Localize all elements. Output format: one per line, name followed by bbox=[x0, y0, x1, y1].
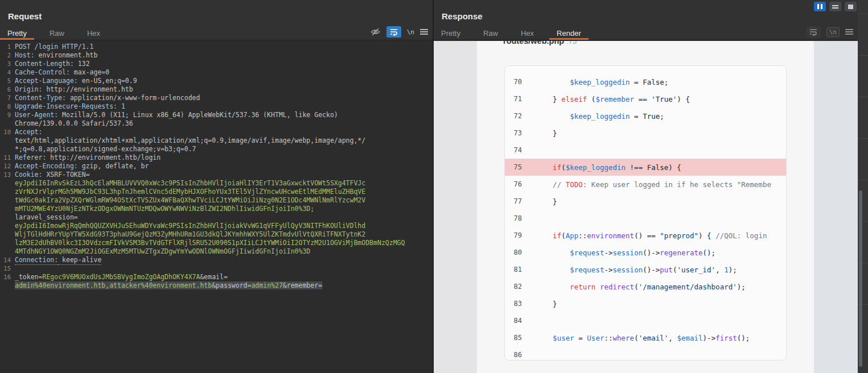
code-line-number: 80 bbox=[505, 248, 536, 256]
request-line[interactable]: 2Host: environment.htb bbox=[0, 51, 433, 60]
line-text[interactable]: Origin: http://environment.htb bbox=[15, 85, 428, 94]
pause-button[interactable] bbox=[814, 2, 826, 11]
request-line[interactable]: 10Accept: text/html,application/xhtml+xm… bbox=[0, 128, 433, 154]
code-line-number: 79 bbox=[505, 231, 536, 239]
request-line[interactable]: 15 bbox=[0, 264, 433, 273]
line-text[interactable]: POST /login HTTP/1.1 bbox=[15, 43, 428, 51]
request-editor[interactable]: 1POST /login HTTP/1.12Host: environment.… bbox=[0, 41, 433, 373]
code-line-number: 75 bbox=[505, 163, 536, 171]
menu-icon[interactable] bbox=[845, 28, 853, 36]
render-page-margin-left bbox=[434, 41, 477, 373]
maximize-button[interactable] bbox=[845, 2, 857, 11]
code-line-text: $user = User::where('email', $email)->fi… bbox=[536, 334, 750, 342]
line-text[interactable] bbox=[15, 264, 428, 273]
code-line: 85 $user = User::where('email', $email)-… bbox=[505, 329, 786, 346]
error-file-heading: routes/web.php :75 bbox=[503, 41, 577, 45]
line-text[interactable]: Accept-Encoding: gzip, deflate, br bbox=[15, 162, 428, 171]
code-line-number: 85 bbox=[505, 334, 536, 342]
burp-repeater-view: Request PrettyRawHex bbox=[0, 0, 868, 373]
line-text[interactable]: User-Agent: Mozilla/5.0 (X11; Linux x86_… bbox=[15, 111, 428, 128]
line-text[interactable]: Upgrade-Insecure-Requests: 1 bbox=[15, 102, 428, 111]
response-header-icons: \n bbox=[806, 26, 853, 38]
code-line-text: $keep_loggedin = True; bbox=[536, 112, 664, 121]
line-text[interactable]: Accept: text/html,application/xhtml+xml,… bbox=[15, 128, 428, 154]
line-text[interactable]: Cookie: XSRF-TOKEN= eyJpdiI6InRvSkEzL3hQ… bbox=[15, 171, 428, 256]
tab-raw[interactable]: Raw bbox=[476, 26, 505, 40]
line-text[interactable]: _token=REgoc9V6MUOxdUsJMbSBVygImoZgOAgDh… bbox=[15, 273, 428, 290]
window-controls bbox=[814, 2, 857, 11]
request-line[interactable]: 11Referer: http://environment.htb/login bbox=[0, 154, 433, 162]
line-number: 6 bbox=[0, 85, 15, 94]
code-line-number: 82 bbox=[505, 283, 536, 291]
word-wrap-button-disabled[interactable] bbox=[806, 26, 821, 38]
code-line-text: return redirect('/management/dashboard')… bbox=[536, 283, 746, 291]
line-number: 2 bbox=[0, 51, 15, 60]
code-line: 77 } bbox=[505, 193, 786, 210]
code-line: 81 $request->session()->put('user_id', 1… bbox=[505, 261, 786, 278]
tab-hex[interactable]: Hex bbox=[513, 26, 541, 40]
line-number: 15 bbox=[0, 264, 15, 273]
line-text[interactable]: Content-Type: application/x-www-form-url… bbox=[15, 94, 428, 102]
newline-toggle[interactable]: \n bbox=[407, 28, 414, 36]
split-icon bbox=[832, 4, 838, 10]
tab-raw[interactable]: Raw bbox=[42, 26, 72, 40]
request-line[interactable]: 4Cache-Control: max-age=0 bbox=[0, 68, 433, 77]
line-number: 1 bbox=[0, 43, 15, 51]
line-number: 13 bbox=[0, 171, 15, 256]
split-layout-button[interactable] bbox=[829, 2, 841, 11]
word-wrap-icon bbox=[389, 28, 398, 36]
code-line-number: 84 bbox=[505, 317, 536, 325]
request-line[interactable]: 13Cookie: XSRF-TOKEN= eyJpdiI6InRvSkEzL3… bbox=[0, 171, 433, 256]
line-number: 11 bbox=[0, 154, 15, 162]
line-text[interactable]: Content-Length: 132 bbox=[15, 60, 428, 68]
request-line[interactable]: 6Origin: http://environment.htb bbox=[0, 85, 433, 94]
newline-toggle-disabled[interactable]: \n bbox=[826, 27, 840, 37]
code-line: 83 } bbox=[505, 295, 786, 312]
request-line[interactable]: 3Content-Length: 132 bbox=[0, 60, 433, 68]
request-line[interactable]: 9User-Agent: Mozilla/5.0 (X11; Linux x86… bbox=[0, 111, 433, 128]
code-line-number: 74 bbox=[505, 146, 536, 154]
right-edge-panel bbox=[858, 0, 868, 373]
word-wrap-icon bbox=[809, 28, 818, 36]
code-line: 82 return redirect('/management/dashboar… bbox=[505, 278, 786, 295]
menu-icon[interactable] bbox=[420, 28, 428, 36]
code-line-number: 72 bbox=[505, 112, 536, 120]
line-text[interactable]: Cache-Control: max-age=0 bbox=[15, 68, 428, 77]
code-line: 71 } elseif ($remember == 'True') { bbox=[505, 90, 786, 107]
tab-render[interactable]: Render bbox=[549, 26, 589, 40]
code-line: 70 $keep_loggedin = False; bbox=[505, 73, 786, 90]
response-panel: Response PrettyRawHexRender \n bbox=[434, 0, 858, 373]
tab-hex[interactable]: Hex bbox=[80, 26, 108, 40]
hide-nonprintable-icon[interactable] bbox=[370, 27, 381, 37]
line-number: 14 bbox=[0, 256, 15, 264]
tab-pretty[interactable]: Pretty bbox=[0, 26, 34, 40]
word-wrap-button[interactable] bbox=[386, 26, 401, 38]
code-line: 78 bbox=[505, 210, 786, 227]
code-line-number: 83 bbox=[505, 300, 536, 308]
request-line[interactable]: 14Connection: keep-alive bbox=[0, 256, 433, 264]
line-text[interactable]: Host: environment.htb bbox=[15, 51, 428, 60]
response-title: Response bbox=[442, 11, 483, 21]
line-text[interactable]: Accept-Language: en-US,en;q=0.9 bbox=[15, 77, 428, 85]
code-line-number: 78 bbox=[505, 214, 536, 222]
code-line-text: if(App::environment() == "preprod") { //… bbox=[536, 231, 767, 240]
request-line[interactable]: 1POST /login HTTP/1.1 bbox=[0, 43, 433, 51]
response-tabs: PrettyRawHexRender bbox=[434, 26, 597, 40]
request-line[interactable]: 12Accept-Encoding: gzip, deflate, br bbox=[0, 162, 433, 171]
tab-pretty[interactable]: Pretty bbox=[434, 26, 468, 40]
line-text[interactable]: Referer: http://environment.htb/login bbox=[15, 154, 428, 162]
maximize-icon bbox=[848, 5, 853, 9]
code-line-text: $keep_loggedin = False; bbox=[536, 78, 668, 86]
line-text[interactable]: Connection: keep-alive bbox=[15, 256, 428, 264]
request-line[interactable]: 16_token=REgoc9V6MUOxdUsJMbSBVygImoZgOAg… bbox=[0, 273, 433, 290]
code-snippet-card: 70 $keep_loggedin = False;71 } elseif ($… bbox=[504, 65, 787, 360]
request-header: Request PrettyRawHex bbox=[0, 0, 433, 40]
response-scrollbar-thumb[interactable] bbox=[859, 190, 862, 367]
request-line[interactable]: 7Content-Type: application/x-www-form-ur… bbox=[0, 94, 433, 102]
code-line: 76 // TODO: Keep user logged in if he se… bbox=[505, 176, 786, 193]
code-line: 84 bbox=[505, 312, 786, 329]
request-line[interactable]: 5Accept-Language: en-US,en;q=0.9 bbox=[0, 77, 433, 85]
line-number: 5 bbox=[0, 77, 15, 85]
request-line[interactable]: 8Upgrade-Insecure-Requests: 1 bbox=[0, 102, 433, 111]
code-line-number: 73 bbox=[505, 129, 536, 137]
